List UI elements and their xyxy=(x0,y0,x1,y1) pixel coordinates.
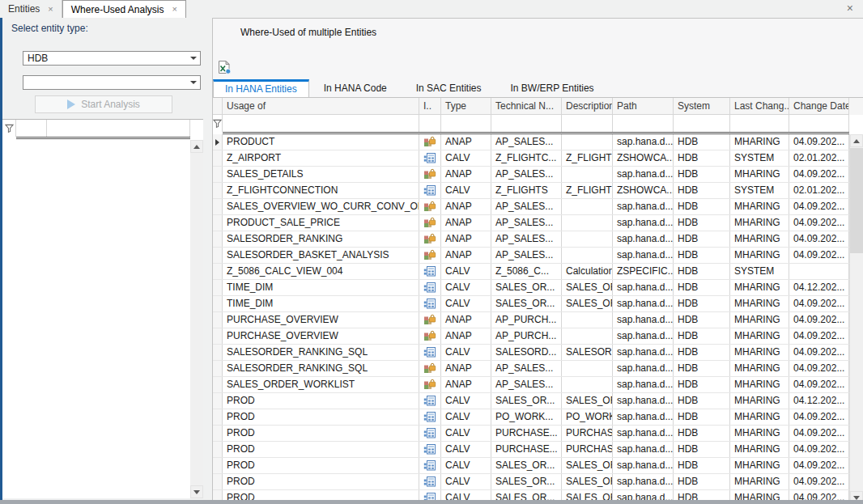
table-row[interactable]: TIME_DIM CALV SALES_OR... SALES_OR... sa… xyxy=(213,296,863,312)
column-header-type[interactable]: Type xyxy=(441,98,491,115)
table-row[interactable]: PROD CALV SALES_OR... SALES_OR... sap.ha… xyxy=(213,458,863,474)
column-header-icon[interactable]: I.. xyxy=(419,98,441,115)
table-row[interactable]: PROD CALV PURCHASE... PURCHASE... sap.ha… xyxy=(213,442,863,458)
start-analysis-button[interactable]: Start Analysis xyxy=(35,95,172,113)
filter-cell[interactable] xyxy=(223,115,419,132)
table-row[interactable]: PURCHASE_OVERVIEW ANAP AP_PURCH... sap.h… xyxy=(213,312,863,328)
table-scrollbar[interactable] xyxy=(849,134,863,504)
table-row[interactable]: SALESORDER_RANKING_SQL ANAP AP_SALES... … xyxy=(213,361,863,377)
change-date-cell: 04.09.202... xyxy=(789,409,849,425)
column-header-usage-of[interactable]: Usage of xyxy=(223,98,419,115)
row-indicator xyxy=(213,345,223,360)
last-changed-cell: MHARING xyxy=(730,215,789,231)
path-cell: sap.hana.d... xyxy=(613,215,674,231)
column-header-last-changed[interactable]: Last Chang... xyxy=(730,98,789,115)
tab-in-hana-entities[interactable]: In HANA Entities xyxy=(213,79,309,97)
table-row[interactable]: PURCHASE_OVERVIEW ANAP AP_PURCH... sap.h… xyxy=(213,328,863,345)
system-cell: HDB xyxy=(674,183,730,198)
column-header-change-date[interactable]: Change Date xyxy=(789,98,849,115)
filter-cell[interactable] xyxy=(562,115,613,132)
system-cell: HDB xyxy=(674,167,730,182)
system-cell: HDB xyxy=(674,328,730,344)
table-row[interactable]: PROD CALV PO_WORK... PO_WORK... sap.hana… xyxy=(213,409,863,426)
tab-close-icon[interactable]: × xyxy=(48,5,53,14)
filter-cell[interactable] xyxy=(419,115,441,132)
table-row[interactable]: SALESORDER_RANKING ANAP AP_SALES... sap.… xyxy=(213,231,863,248)
tab-where-used-analysis[interactable]: Where-Used Analysis × xyxy=(62,0,186,18)
table-row[interactable]: PROD CALV SALES_OR... SALES_OR... sap.ha… xyxy=(213,393,863,409)
filter-funnel-icon[interactable] xyxy=(2,120,16,137)
table-row[interactable]: SALESORDER_BASKET_ANALYSIS ANAP AP_SALES… xyxy=(213,248,863,264)
tab-close-icon[interactable]: × xyxy=(172,5,177,14)
scroll-up-icon[interactable] xyxy=(190,140,203,153)
table-row[interactable]: SALES_ORDER_WORKLIST ANAP AP_SALES... sa… xyxy=(213,377,863,393)
table-row[interactable]: Z_FLIGHTCONNECTION CALV Z_FLIGHTS Z_FLIG… xyxy=(213,183,863,199)
filter-cell[interactable] xyxy=(613,115,674,132)
filter-cell[interactable] xyxy=(789,115,849,132)
chevron-down-icon[interactable] xyxy=(187,52,200,65)
scrollbar-thumb[interactable] xyxy=(850,148,863,253)
calv-icon xyxy=(419,458,441,473)
table-row[interactable]: PROD CALV SALES_OR... SALES_OR... sap.ha… xyxy=(213,474,863,490)
usage-of-cell: Z_FLIGHTCONNECTION xyxy=(223,183,419,198)
close-icon[interactable]: × xyxy=(847,2,853,14)
filter-cell[interactable] xyxy=(491,115,562,132)
table-row[interactable]: SALES_OVERVIEW_WO_CURR_CONV_OPT ANAP AP_… xyxy=(213,199,863,215)
table-row[interactable]: SALESORDER_RANKING_SQL CALV SALESORD... … xyxy=(213,345,863,361)
tab-entities[interactable]: Entities × xyxy=(0,0,62,18)
last-changed-cell: SYSTEM xyxy=(730,264,789,279)
table-row[interactable]: Z_AIRPORT CALV Z_FLIGHTC... Z_FLIGHTC...… xyxy=(213,150,863,167)
tab-in-bw-erp-entities[interactable]: In BW/ERP Entities xyxy=(495,80,608,97)
chevron-down-icon[interactable] xyxy=(187,76,200,89)
table-row[interactable]: PRODUCT_SALE_PRICE ANAP AP_SALES... sap.… xyxy=(213,215,863,231)
usage-of-cell: SALESORDER_RANKING_SQL xyxy=(223,361,419,376)
system-cell: HDB xyxy=(674,248,730,263)
filter-funnel-icon[interactable] xyxy=(213,115,223,132)
row-indicator xyxy=(213,150,223,166)
table-row[interactable]: Z_5086_CALC_VIEW_004 CALV Z_5086_C... Ca… xyxy=(213,264,863,280)
table-row[interactable]: PRODUCT ANAP AP_SALES... sap.hana.d... H… xyxy=(213,134,863,150)
scroll-up-icon[interactable] xyxy=(850,134,863,147)
system-cell: HDB xyxy=(674,458,730,473)
description-cell xyxy=(562,134,613,150)
entity-list-scrollbar[interactable] xyxy=(190,140,203,498)
column-header-description[interactable]: Description xyxy=(562,98,613,115)
description-cell xyxy=(562,215,613,231)
last-changed-cell: MHARING xyxy=(730,442,789,457)
filter-cell[interactable] xyxy=(16,120,47,137)
entity-list xyxy=(2,119,203,498)
technical-name-cell: PURCHASE... xyxy=(491,426,562,441)
change-date-cell: 04.09.202... xyxy=(789,312,849,328)
type-cell: ANAP xyxy=(441,134,491,150)
filter-cell[interactable] xyxy=(730,115,789,132)
table-row[interactable]: SALES_DETAILS ANAP AP_SALES... sap.hana.… xyxy=(213,167,863,183)
last-changed-cell: MHARING xyxy=(730,474,789,489)
tab-in-sac-entities[interactable]: In SAC Entities xyxy=(402,80,496,97)
play-icon xyxy=(67,100,75,109)
table-row[interactable]: TIME_DIM CALV SALES_OR... SALES_OR... sa… xyxy=(213,280,863,296)
scroll-down-icon[interactable] xyxy=(190,485,203,498)
type-cell: CALV xyxy=(441,150,491,166)
entity-dropdown[interactable] xyxy=(23,75,201,90)
tab-in-hana-code[interactable]: In HANA Code xyxy=(309,80,402,97)
last-changed-cell: MHARING xyxy=(730,296,789,311)
export-to-excel-button[interactable] xyxy=(216,59,232,75)
column-header-path[interactable]: Path xyxy=(613,98,674,115)
table-row[interactable]: PROD CALV PURCHASE... PURCHASE... sap.ha… xyxy=(213,426,863,442)
filter-separator xyxy=(16,137,190,139)
last-changed-cell: MHARING xyxy=(730,345,789,360)
filter-cell[interactable] xyxy=(47,120,190,137)
description-cell: SALES_OR... xyxy=(562,474,613,489)
excel-export-icon xyxy=(217,60,232,74)
column-header-technical-name[interactable]: Technical N... xyxy=(491,98,562,115)
entity-type-dropdown[interactable]: HDB xyxy=(23,51,201,66)
column-header-system[interactable]: System xyxy=(674,98,730,115)
anap-icon xyxy=(419,248,441,263)
filter-cell[interactable] xyxy=(441,115,491,132)
usage-of-cell: PRODUCT_SALE_PRICE xyxy=(223,215,419,231)
filter-cell[interactable] xyxy=(674,115,730,132)
path-cell: sap.hana.d... xyxy=(613,426,674,441)
row-indicator xyxy=(213,199,223,214)
description-cell xyxy=(562,312,613,328)
row-indicator xyxy=(213,328,223,344)
